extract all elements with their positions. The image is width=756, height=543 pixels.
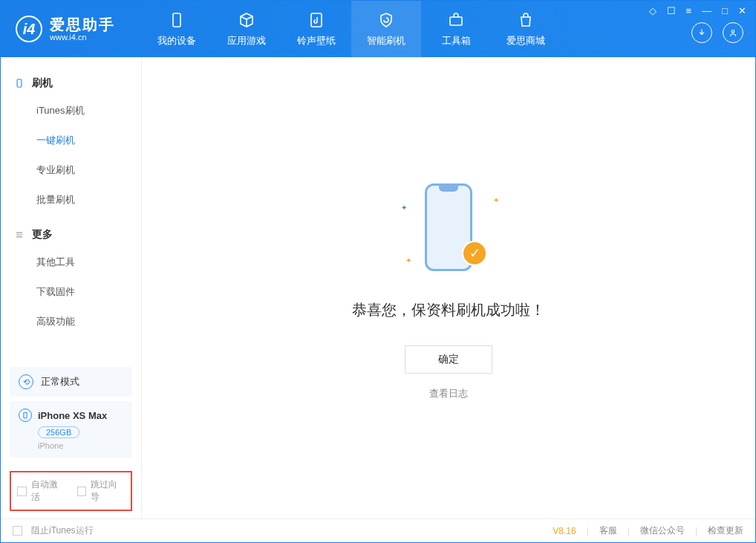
nav-label: 智能刷机 <box>367 34 405 48</box>
app-subtitle: www.i4.cn <box>50 33 115 42</box>
ok-button[interactable]: 确定 <box>405 345 492 374</box>
sparkle-icon: ✦ <box>405 256 411 264</box>
sidebar-item-itunes-flash[interactable]: iTunes刷机 <box>1 96 141 126</box>
minimize-button[interactable]: — <box>702 5 711 16</box>
toolbox-icon <box>446 10 466 30</box>
app-title: 爱思助手 <box>50 16 115 33</box>
sparkle-icon: ✦ <box>401 204 407 212</box>
shirt-icon[interactable]: ◇ <box>649 5 656 16</box>
user-button[interactable] <box>723 22 743 43</box>
nav-toolbox[interactable]: 工具箱 <box>421 1 491 57</box>
titlebar-right: ◇ ☐ ≡ — □ ✕ <box>640 1 755 57</box>
cube-icon <box>237 10 256 30</box>
nav-store[interactable]: 爱思商城 <box>491 1 561 57</box>
phone-icon <box>167 10 186 30</box>
sidebar-item-advanced[interactable]: 高级功能 <box>1 307 141 336</box>
skip-guide-checkbox[interactable]: 跳过向导 <box>77 478 126 504</box>
sidebar-item-download-firmware[interactable]: 下载固件 <box>1 277 141 307</box>
shield-refresh-icon <box>377 10 396 30</box>
sparkle-icon: ✦ <box>493 196 499 204</box>
svg-rect-2 <box>450 17 462 25</box>
auto-activate-checkbox[interactable]: 自动激活 <box>17 478 65 504</box>
check-badge-icon: ✓ <box>462 241 487 266</box>
svg-point-3 <box>731 30 734 33</box>
sidebar-header-flash[interactable]: 刷机 <box>1 71 141 96</box>
checkbox-icon <box>13 526 22 536</box>
device-icon <box>14 78 25 88</box>
success-message: 恭喜您，保资料刷机成功啦！ <box>352 300 545 320</box>
option-label: 阻止iTunes运行 <box>31 524 94 537</box>
separator: | <box>628 526 630 536</box>
view-log-link[interactable]: 查看日志 <box>429 387 468 400</box>
sidebar-item-other-tools[interactable]: 其他工具 <box>1 247 141 277</box>
nav-label: 我的设备 <box>157 34 196 48</box>
nav-label: 工具箱 <box>442 34 471 48</box>
success-illustration: ✦ ✦ ✦ ✓ <box>397 175 501 279</box>
logo-text: 爱思助手 www.i4.cn <box>50 16 115 42</box>
mode-label: 正常模式 <box>41 375 79 388</box>
sidebar-item-batch-flash[interactable]: 批量刷机 <box>1 185 141 215</box>
titlebar: i4 爱思助手 www.i4.cn 我的设备 应用游戏 铃声壁纸 智能刷机 <box>1 1 755 57</box>
main-nav: 我的设备 应用游戏 铃声壁纸 智能刷机 工具箱 爱思商城 <box>142 1 561 57</box>
statusbar: 阻止iTunes运行 V8.16 | 客服 | 微信公众号 | 检查更新 <box>1 518 755 542</box>
support-link[interactable]: 客服 <box>599 524 617 537</box>
main-content: ✦ ✦ ✦ ✓ 恭喜您，保资料刷机成功啦！ 确定 查看日志 <box>142 57 755 518</box>
sidebar-section-title: 更多 <box>32 228 53 241</box>
separator: | <box>587 526 589 536</box>
music-file-icon <box>307 10 326 30</box>
statusbar-right: V8.16 | 客服 | 微信公众号 | 检查更新 <box>553 524 743 537</box>
check-update-link[interactable]: 检查更新 <box>708 524 743 537</box>
device-name: iPhone XS Max <box>38 410 107 421</box>
nav-smart-flash[interactable]: 智能刷机 <box>351 1 421 57</box>
app-window: i4 爱思助手 www.i4.cn 我的设备 应用游戏 铃声壁纸 智能刷机 <box>0 0 756 543</box>
sidebar-bottom: ⟲ 正常模式 iPhone XS Max 256GB iPhone 自动激活 <box>1 362 141 518</box>
wechat-link[interactable]: 微信公众号 <box>640 524 685 537</box>
sidebar-header-more[interactable]: 更多 <box>1 222 141 247</box>
block-itunes-checkbox[interactable]: 阻止iTunes运行 <box>13 524 94 537</box>
sidebar-section-more: 更多 其他工具 下载固件 高级功能 <box>1 222 141 336</box>
nav-label: 应用游戏 <box>227 34 266 48</box>
sidebar: 刷机 iTunes刷机 一键刷机 专业刷机 批量刷机 更多 其他工具 下载固件 … <box>1 57 142 518</box>
refresh-icon: ⟲ <box>19 374 33 389</box>
sidebar-item-pro-flash[interactable]: 专业刷机 <box>1 155 141 185</box>
mode-card[interactable]: ⟲ 正常模式 <box>10 367 132 397</box>
phone-small-icon <box>19 409 32 422</box>
version-label: V8.16 <box>553 526 576 536</box>
checkbox-icon <box>77 487 87 496</box>
svg-rect-4 <box>17 79 22 88</box>
svg-rect-0 <box>173 13 180 27</box>
nav-label: 铃声壁纸 <box>297 34 336 48</box>
svg-rect-5 <box>24 412 27 418</box>
sidebar-item-oneclick-flash[interactable]: 一键刷机 <box>1 126 141 155</box>
nav-apps-games[interactable]: 应用游戏 <box>212 1 281 57</box>
bag-icon <box>516 10 535 30</box>
device-card[interactable]: iPhone XS Max 256GB iPhone <box>10 401 132 458</box>
titlebar-actions <box>691 22 743 43</box>
nav-ringtones-wallpapers[interactable]: 铃声壁纸 <box>281 1 351 57</box>
sidebar-section-flash: 刷机 iTunes刷机 一键刷机 专业刷机 批量刷机 <box>1 71 141 215</box>
list-icon <box>14 230 25 240</box>
menu-icon[interactable]: ≡ <box>686 5 692 16</box>
download-button[interactable] <box>691 22 712 43</box>
nav-my-device[interactable]: 我的设备 <box>142 1 212 57</box>
option-label: 自动激活 <box>31 478 65 504</box>
logo-icon: i4 <box>16 16 42 42</box>
separator: | <box>695 526 697 536</box>
option-label: 跳过向导 <box>91 478 125 504</box>
lock-icon[interactable]: ☐ <box>667 5 676 16</box>
sidebar-section-title: 刷机 <box>32 77 53 90</box>
window-controls: ◇ ☐ ≡ — □ ✕ <box>649 5 746 16</box>
nav-label: 爱思商城 <box>506 34 545 48</box>
device-type: iPhone <box>38 441 123 450</box>
svg-rect-1 <box>311 13 322 27</box>
device-storage-badge: 256GB <box>38 426 79 438</box>
close-button[interactable]: ✕ <box>738 5 746 16</box>
options-row: 自动激活 跳过向导 <box>10 471 132 511</box>
logo-area: i4 爱思助手 www.i4.cn <box>1 1 142 57</box>
phone-notch <box>439 186 458 192</box>
maximize-button[interactable]: □ <box>722 5 728 16</box>
checkbox-icon <box>17 487 27 496</box>
body: 刷机 iTunes刷机 一键刷机 专业刷机 批量刷机 更多 其他工具 下载固件 … <box>1 57 755 518</box>
